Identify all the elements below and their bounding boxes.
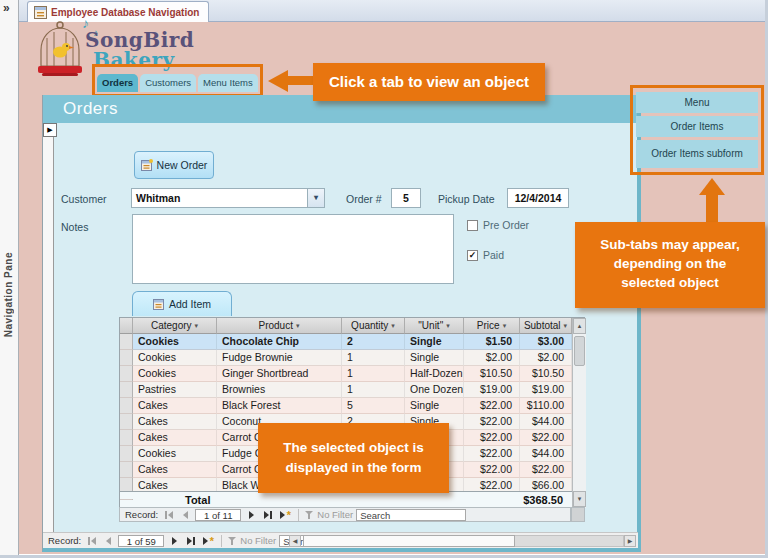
navigation-pane-label[interactable]: Navigation Pane [3,252,14,337]
notes-textarea[interactable] [132,214,454,284]
pre-order-checkbox[interactable] [467,220,478,231]
column-header[interactable]: "Unit"▾ [405,318,464,334]
new-form-icon [141,159,153,171]
sort-dropdown-icon: ▾ [564,322,568,330]
table-row[interactable]: CakesBlack Forest5Single$22.00$110.00 [120,398,584,414]
add-item-button[interactable]: Add Item [132,291,232,316]
row-selector-cell[interactable] [120,382,133,398]
table-cell: $2.00 [464,350,520,366]
table-cell: Cookies [133,446,217,462]
column-header[interactable]: Price▾ [464,318,520,334]
no-filter-indicator[interactable]: No Filter [305,509,353,520]
separator [298,509,299,521]
no-filter-indicator[interactable]: No Filter [228,535,276,546]
nav-pane-expand-button[interactable]: » [3,1,10,15]
table-cell: Cakes [133,462,217,478]
select-all-cell[interactable] [120,318,133,334]
table-cell: $22.00 [464,398,520,414]
new-order-button[interactable]: New Order [134,151,214,179]
row-selector-cell[interactable] [120,350,133,366]
callout-line: Sub-tabs may appear, [575,235,765,254]
table-cell: 1 [342,366,405,382]
row-selector-cell[interactable] [120,334,133,350]
filter-icon [228,536,237,545]
column-header[interactable]: Category▾ [133,318,217,334]
table-cell: 1 [342,350,405,366]
callout-arrow-left-icon [268,70,288,92]
last-record-button[interactable] [261,509,275,521]
previous-record-button[interactable] [101,535,115,547]
table-row[interactable]: PastriesBrownies1One Dozen$19.00$19.00 [120,382,584,398]
tab-customers[interactable]: Customers [140,74,196,92]
row-selector-cell[interactable] [120,462,133,478]
form-title: Orders [63,99,118,119]
table-cell: $44.00 [520,414,572,430]
column-header[interactable]: Subtotal▾ [520,318,572,334]
record-selector-strip [43,123,54,532]
table-row[interactable]: CookiesGinger Shortbread1Half-Dozen$10.5… [120,366,584,382]
table-cell: $2.00 [520,350,572,366]
row-selector-cell[interactable] [120,414,133,430]
table-cell: $1.50 [464,334,520,350]
next-record-button[interactable] [167,535,181,547]
subtab-menu[interactable]: Menu [636,92,758,113]
row-selector-cell[interactable] [120,478,133,491]
search-input[interactable]: Search [356,509,466,521]
callout-sub-tabs: Sub-tabs may appear, depending on the se… [575,222,765,308]
order-number-field[interactable]: 5 [391,188,421,208]
pre-order-label: Pre Order [483,219,529,231]
table-row[interactable]: CookiesChocolate Chip2Single$1.50$3.00 [120,334,584,350]
subtab-order-items[interactable]: Order Items [636,116,758,137]
column-header-label: Category [151,320,192,331]
customer-combobox[interactable]: Whitman ▾ [131,188,325,208]
table-cell: Half-Dozen [405,366,464,382]
table-cell: Single [405,398,464,414]
row-selector-cell[interactable] [120,430,133,446]
total-value: $368.50 [523,494,563,506]
record-position[interactable]: 1 of 59 [118,535,164,547]
paid-checkbox[interactable]: ✓ [467,250,478,261]
record-selector-arrow-icon[interactable]: ▶ [43,123,57,137]
scroll-left-icon[interactable]: ◀ [289,535,301,547]
column-header-label: Price [477,320,500,331]
table-cell: $19.00 [464,382,520,398]
table-cell: Brownies [217,382,342,398]
first-record-button[interactable] [84,535,98,547]
subform-record-bar: Record: 1 of 11 * No Filter Search [119,507,571,522]
scrollbar-thumb[interactable] [574,336,585,366]
column-header[interactable]: Quantity▾ [342,318,405,334]
scroll-up-icon[interactable]: ▴ [573,318,586,334]
table-cell: $66.00 [520,478,572,491]
scroll-right-icon[interactable]: ▶ [624,535,636,547]
row-selector-cell[interactable] [120,398,133,414]
pickup-date-label: Pickup Date [438,193,495,205]
document-tab-label: Employee Database Navigation [51,7,199,18]
dropdown-arrow-icon[interactable]: ▾ [307,189,324,207]
column-header[interactable]: Product▾ [217,318,342,334]
tab-menu-items[interactable]: Menu Items [198,74,258,92]
subtab-order-items-subform[interactable]: Order Items subform [636,140,758,168]
table-cell: Cookies [133,366,217,382]
pickup-date-field[interactable]: 12/4/2014 [507,188,569,208]
record-position[interactable]: 1 of 11 [195,509,241,521]
next-record-button[interactable] [244,509,258,521]
row-selector-cell[interactable] [120,446,133,462]
document-tab[interactable]: Employee Database Navigation [27,1,209,22]
table-row[interactable]: CookiesFudge Brownie1Single$2.00$2.00 [120,350,584,366]
document-tab-bar: Employee Database Navigation [19,0,768,22]
customer-value: Whitman [136,192,180,204]
tab-orders[interactable]: Orders [97,74,138,92]
new-record-button[interactable]: * [278,509,292,521]
datasheet-vertical-scrollbar[interactable]: ▴ ▾ [572,318,586,508]
last-record-button[interactable] [184,535,198,547]
no-filter-label: No Filter [317,509,353,520]
first-record-button[interactable] [161,509,175,521]
new-record-button[interactable]: * [201,535,215,547]
row-selector-cell[interactable] [120,366,133,382]
previous-record-button[interactable] [178,509,192,521]
horizontal-scrollbar-thumb[interactable] [303,535,515,547]
sub-tabs-highlight-box: MenuOrder ItemsOrder Items subform [630,85,764,175]
scroll-down-icon[interactable]: ▾ [573,491,586,507]
table-cell: $10.50 [464,366,520,382]
table-cell: $44.00 [520,446,572,462]
